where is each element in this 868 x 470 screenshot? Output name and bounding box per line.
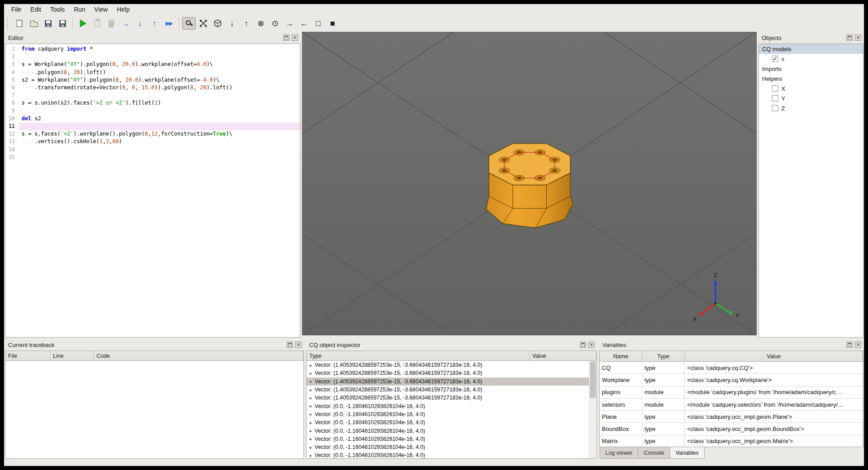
code-line[interactable]: 1from cadquery import * xyxy=(5,45,300,53)
save-as-button[interactable] xyxy=(56,17,69,30)
inspector-row[interactable]: ▸Vector: (0.0, -1.1604610293826104e-16, … xyxy=(307,402,589,410)
open-script-button[interactable] xyxy=(27,17,40,30)
float-icon[interactable] xyxy=(846,35,853,41)
close-icon[interactable] xyxy=(295,342,302,348)
close-icon[interactable] xyxy=(855,35,861,41)
code-line[interactable]: 2 xyxy=(5,53,300,61)
tree-item-imports[interactable]: Imports xyxy=(759,64,863,74)
close-icon[interactable] xyxy=(588,342,595,348)
menu-edit[interactable]: Edit xyxy=(26,4,46,14)
menu-file[interactable]: File xyxy=(7,4,26,14)
expand-arrow-icon[interactable]: ▸ xyxy=(308,436,314,441)
menu-run[interactable]: Run xyxy=(69,4,90,14)
tree-item-helpers[interactable]: Helpers xyxy=(759,74,863,83)
menu-help[interactable]: Help xyxy=(112,4,134,14)
code-line[interactable]: 8s = s.union(s2).faces('>Z or <Z').fille… xyxy=(5,99,300,107)
variable-row[interactable]: selectorsmodule<module 'cadquery.selecto… xyxy=(600,399,863,411)
step-into-button[interactable]: ↓ xyxy=(133,17,147,30)
expand-arrow-icon[interactable]: ▸ xyxy=(308,371,314,376)
shaded-button[interactable]: ■ xyxy=(326,17,339,30)
inspector-row[interactable]: ▸Vector: (0.0, -1.1604610293826104e-16, … xyxy=(307,426,589,435)
inspector-row[interactable]: ▸Vector: (1.4053924288597253e-15, -3.680… xyxy=(307,378,589,386)
checkbox[interactable] xyxy=(772,95,778,101)
checkbox[interactable] xyxy=(772,105,778,111)
variable-row[interactable]: Matrixtype<class 'cadquery.occ_impl.geom… xyxy=(600,435,863,447)
delete-button[interactable] xyxy=(105,17,118,30)
code-line[interactable]: 10del s2 xyxy=(5,115,300,123)
column-header-value[interactable]: Value xyxy=(530,351,596,361)
viewport-3d[interactable]: Z X Y xyxy=(302,32,757,335)
continue-button[interactable]: ▶▶ xyxy=(162,17,175,30)
code-line[interactable]: 13····.vertices().cskHole(1,2,60) xyxy=(5,138,300,145)
expand-arrow-icon[interactable]: ▸ xyxy=(308,453,314,458)
column-header-code[interactable]: Code xyxy=(94,351,303,361)
tree-item-y[interactable]: Y xyxy=(759,93,863,103)
tab-log-viewer[interactable]: Log viewer xyxy=(600,447,638,459)
variable-row[interactable]: BoundBoxtype<class 'cadquery.occ_impl.ge… xyxy=(600,423,863,435)
code-line[interactable]: 5s2 = Workplane("XY").polygon(8, 20.0).w… xyxy=(5,76,300,84)
code-line[interactable]: 4····.polygon(8, 20).loft() xyxy=(5,69,300,76)
expand-arrow-icon[interactable]: ▸ xyxy=(308,379,314,384)
right-view-button[interactable]: → xyxy=(283,17,296,30)
inspector-row[interactable]: ▸Vector: (0.0, -1.1604610293826104e-16, … xyxy=(307,435,589,443)
tree-item-s[interactable]: s xyxy=(759,54,863,64)
render-button[interactable] xyxy=(76,17,89,30)
inspector-row[interactable]: ▸Vector: (1.4053924288597253e-15, -3.680… xyxy=(307,361,589,369)
checkbox[interactable] xyxy=(772,85,778,92)
cad-model[interactable] xyxy=(486,144,573,228)
tree-item-z[interactable]: Z xyxy=(759,103,863,113)
column-header-file[interactable]: File xyxy=(5,351,50,361)
float-icon[interactable] xyxy=(846,342,853,348)
variable-row[interactable]: pluginsmodule<module 'cadquery.plugins' … xyxy=(600,387,863,399)
expand-arrow-icon[interactable]: ▸ xyxy=(308,412,314,417)
iso-view-button[interactable] xyxy=(211,17,224,30)
toolbar-handle[interactable] xyxy=(7,18,10,29)
code-line[interactable]: 6····.transformed(rotate=Vector(0, 0, 15… xyxy=(5,84,300,92)
back-view-button[interactable]: ⊙ xyxy=(268,17,282,30)
code-line[interactable]: 14 xyxy=(5,146,300,154)
column-header-value[interactable]: Value xyxy=(685,351,863,362)
inspector-row[interactable]: ▸Vector: (1.4053924288597253e-15, -3.680… xyxy=(307,394,589,402)
close-icon[interactable] xyxy=(292,35,298,41)
expand-arrow-icon[interactable]: ▸ xyxy=(308,428,314,433)
top-view-button[interactable]: ↑ xyxy=(240,17,253,30)
inspector-row[interactable]: ▸Vector: (1.4053924288597253e-15, -3.680… xyxy=(307,386,589,394)
inspector-row[interactable]: ▸Vector: (1.4053924288597253e-15, -3.680… xyxy=(307,369,589,377)
float-icon[interactable] xyxy=(580,342,586,348)
inspector-row[interactable]: ▸Vector: (0.0, -1.1604610293826104e-16, … xyxy=(307,410,589,418)
left-view-button[interactable]: ← xyxy=(297,17,311,30)
inspector-row[interactable]: ▸Vector: (0.0, -1.1604610293826104e-16, … xyxy=(307,443,589,451)
variable-row[interactable]: CQtype<class 'cadquery.cq.CQ'> xyxy=(600,362,863,374)
column-header-type[interactable]: Type xyxy=(642,351,685,362)
tab-console[interactable]: Console xyxy=(638,447,670,459)
column-header-line[interactable]: Line xyxy=(50,351,94,361)
code-line[interactable]: 7 xyxy=(5,92,300,99)
step-out-button[interactable]: ↑ xyxy=(148,17,161,30)
wireframe-button[interactable]: □ xyxy=(311,17,325,30)
code-line[interactable]: 12s = s.faces('>Z').workplane().polygon(… xyxy=(5,130,300,138)
variable-row[interactable]: Workplanetype<class 'cadquery.cq.Workpla… xyxy=(600,374,863,386)
bottom-view-button[interactable]: ↓ xyxy=(225,17,239,30)
variable-row[interactable]: Planetype<class 'cadquery.occ_impl.geom.… xyxy=(600,411,863,423)
inspector-row[interactable]: ▸Vector: (0.0, -1.1604610293826104e-16, … xyxy=(307,418,589,426)
code-editor[interactable]: 1from cadquery import *23s = Workplane("… xyxy=(5,44,300,337)
checkbox[interactable] xyxy=(772,56,778,62)
close-icon[interactable] xyxy=(855,342,861,348)
code-line[interactable]: 3s = Workplane("XY").polygon(8, 20.0).wo… xyxy=(5,61,300,68)
zoom-toggle-button[interactable] xyxy=(182,17,196,30)
fit-view-button[interactable] xyxy=(197,17,210,30)
expand-arrow-icon[interactable]: ▸ xyxy=(308,363,314,368)
expand-arrow-icon[interactable]: ▸ xyxy=(308,395,314,400)
expand-arrow-icon[interactable]: ▸ xyxy=(308,387,314,392)
code-line[interactable]: 9 xyxy=(5,107,300,115)
tree-item-x[interactable]: X xyxy=(759,83,863,93)
code-line[interactable]: 11 xyxy=(5,123,300,130)
expand-arrow-icon[interactable]: ▸ xyxy=(308,445,314,450)
expand-arrow-icon[interactable]: ▸ xyxy=(308,404,314,409)
front-view-button[interactable]: ⊗ xyxy=(254,17,267,30)
tab-variables[interactable]: Variables xyxy=(670,447,704,459)
code-line[interactable]: 15 xyxy=(5,154,300,161)
expand-arrow-icon[interactable]: ▸ xyxy=(308,420,314,425)
viewport-canvas[interactable]: Z X Y xyxy=(302,32,756,335)
tree-item-cq-models[interactable]: CQ models xyxy=(759,44,863,54)
